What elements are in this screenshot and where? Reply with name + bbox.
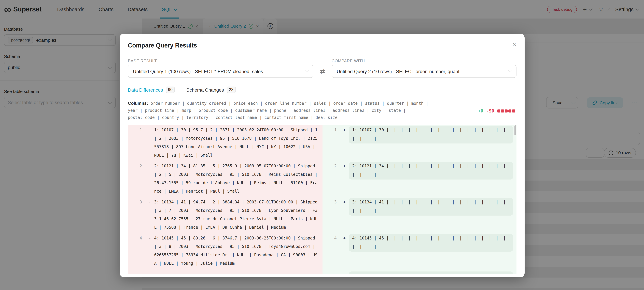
diff-sign: - (146, 126, 154, 161)
diff-sign: - (146, 198, 154, 233)
modal-title: Compare Query Results (128, 41, 197, 50)
columns-label: Columns: (128, 101, 148, 106)
diff-row-removed: 2-2: 10121 | 34 | 81.35 | 5 | 2765.9 | 2… (128, 161, 322, 197)
diff-row-text: 2: 10121 | 34 | 81.35 | 5 | 2765.9 | 200… (154, 162, 322, 196)
tab-schema-changes[interactable]: Schema Changes23 (186, 87, 236, 96)
base-result-value: Untitled Query 1 (100 rows) - SELECT * F… (133, 69, 270, 74)
compare-with-value: Untitled Query 2 (10 rows) - SELECT orde… (337, 69, 463, 74)
line-number: 3 (128, 198, 146, 233)
diff-row-text: 1: 10107 | 30 | | | | | | | | | | | | | … (352, 126, 510, 143)
diff-sign: + (340, 126, 349, 161)
diff-sign: - (146, 234, 154, 269)
tab-label: Schema Changes (186, 87, 224, 92)
diff-row-added: 4+4: 10145 | 45 | | | | | | | | | | | | … (322, 233, 516, 269)
diff-stats: +0 -90 (478, 109, 515, 114)
diff-block-icon (497, 110, 500, 113)
removed-count: -90 (486, 109, 494, 114)
line-number: 4 (128, 234, 146, 269)
diff-block-icon (508, 110, 512, 113)
added-highlight: 3: 10134 | 41 | | | | | | | | | | | | | … (349, 198, 513, 216)
compare-with-select[interactable]: Untitled Query 2 (10 rows) - SELECT orde… (332, 65, 516, 78)
diff-row-text: 4: 10145 | 45 | | | | | | | | | | | | | … (352, 234, 510, 251)
chevron-down-icon (305, 69, 309, 73)
added-count: +0 (478, 109, 483, 114)
line-number: 4 (322, 234, 340, 269)
tab-label: Data Differences (128, 87, 163, 92)
close-icon[interactable]: × (512, 41, 516, 48)
line-number: 2 (128, 162, 146, 197)
modal-tabs: Data Differences90Schema Changes23 (128, 87, 516, 96)
diff-row-removed: 1-1: 10107 | 30 | 95.7 | 2 | 2871 | 2003… (128, 125, 322, 161)
line-number: 3 (322, 198, 340, 233)
base-result-select[interactable]: Untitled Query 1 (100 rows) - SELECT * F… (128, 65, 314, 78)
diff-stat-blocks (497, 110, 515, 113)
diff-sign: + (340, 162, 349, 197)
added-highlight: 1: 10107 | 30 | | | | | | | | | | | | | … (349, 126, 513, 144)
line-number: 2 (322, 162, 340, 197)
diff-sign: + (340, 198, 349, 233)
compare-selects-row: BASE RESULT Untitled Query 1 (100 rows) … (120, 50, 524, 78)
diff-row-added: 1+1: 10107 | 30 | | | | | | | | | | | | … (322, 125, 516, 161)
diff-row-added: 3+3: 10134 | 41 | | | | | | | | | | | | … (322, 197, 516, 233)
chevron-down-icon (508, 69, 512, 73)
diff-row-text: 1: 10107 | 30 | 95.7 | 2 | 2871 | 2003-0… (154, 126, 322, 160)
diff-block-icon (505, 110, 508, 113)
tab-count-badge: 23 (226, 87, 236, 93)
columns-names: order_number | quantity_ordered | price_… (128, 101, 431, 120)
line-number: 1 (128, 126, 146, 161)
compare-query-results-modal: Compare Query Results × BASE RESULT Unti… (120, 34, 524, 277)
diff-row-text: 3: 10134 | 41 | | | | | | | | | | | | | … (352, 198, 510, 215)
diff-row-text: 3: 10134 | 41 | 94.74 | 2 | 3884.34 | 20… (154, 198, 322, 232)
diff-sign: - (146, 162, 154, 197)
diff-row-removed: 4-4: 10145 | 45 | 83.26 | 6 | 3746.7 | 2… (128, 233, 322, 269)
compare-with-label: COMPARE WITH (332, 59, 516, 63)
diff-viewer: 1-1: 10107 | 30 | 95.7 | 2 | 2871 | 2003… (128, 125, 516, 274)
tab-data-differences[interactable]: Data Differences90 (128, 87, 175, 96)
columns-list: Columns: order_number | quantity_ordered… (128, 100, 432, 121)
added-highlight: 2: 10121 | 34 | | | | | | | | | | | | | … (349, 162, 513, 179)
diff-row-text: 2: 10121 | 34 | | | | | | | | | | | | | … (352, 162, 510, 179)
swap-queries-button[interactable]: ⇄ (314, 65, 332, 78)
diff-row-added: 2+2: 10121 | 34 | | | | | | | | | | | | … (322, 161, 516, 197)
diff-block-icon (501, 110, 504, 113)
swap-arrows-icon: ⇄ (320, 68, 325, 75)
diff-scrollbar[interactable] (514, 125, 516, 136)
diff-sign: + (340, 234, 349, 269)
diff-left-pane: 1-1: 10107 | 30 | 95.7 | 2 | 2871 | 2003… (128, 125, 322, 274)
columns-header: Columns: order_number | quantity_ordered… (128, 96, 516, 125)
diff-block-icon (512, 110, 515, 113)
modal-header: Compare Query Results × (120, 34, 524, 50)
base-result-label: BASE RESULT (128, 59, 314, 63)
added-highlight-partial (349, 272, 513, 274)
diff-row-removed: 3-3: 10134 | 41 | 94.74 | 2 | 3884.34 | … (128, 197, 322, 233)
app-root: ∞ Superset DashboardsChartsDatasetsSQL f… (0, 0, 644, 290)
diff-right-pane: 1+1: 10107 | 30 | | | | | | | | | | | | … (322, 125, 516, 274)
line-number: 1 (322, 126, 340, 161)
diff-row-text: 4: 10145 | 45 | 83.26 | 6 | 3746.7 | 200… (154, 234, 322, 268)
tab-count-badge: 90 (166, 87, 175, 93)
added-highlight: 4: 10145 | 45 | | | | | | | | | | | | | … (349, 234, 513, 252)
